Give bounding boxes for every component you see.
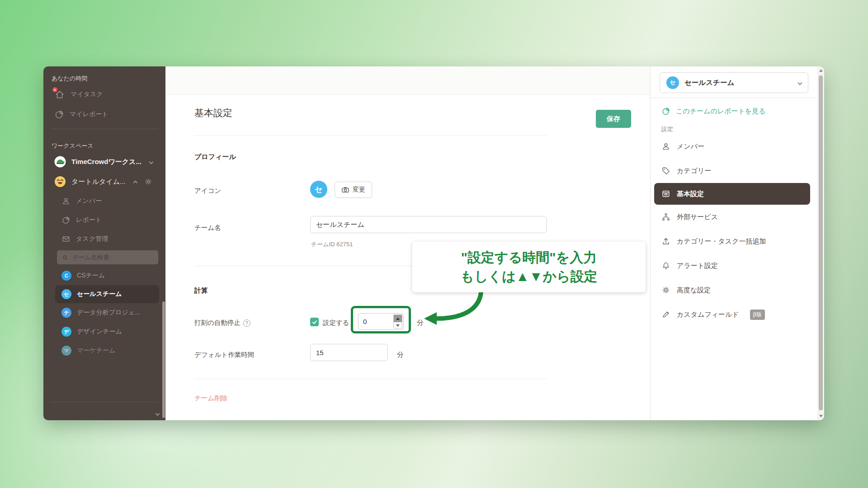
default-time-label: デフォルト作業時間 [194,351,254,359]
annotation-arrow-icon [421,291,489,328]
chevron-down-icon [149,160,154,164]
main-topbar [165,66,650,95]
settings-item-external-services[interactable]: 外部サービス [651,205,817,229]
scrollbar-up-icon[interactable] [819,69,823,72]
beta-badge: β版 [750,310,765,320]
gear-icon[interactable] [144,178,152,186]
envelope-icon [61,235,71,244]
pie-chart-icon [54,109,64,119]
sidebar-team-data-analysis[interactable]: テ データ分析プロジェ... [43,303,165,322]
stepper-up-icon[interactable] [394,315,402,322]
sidebar-item-workspace[interactable]: TimeCrowdワークス... [43,152,165,172]
workspace-name: TimeCrowdワークス... [71,158,142,166]
divider [651,98,817,98]
team-search [57,250,158,264]
team-name-label: チーム名 [194,224,221,232]
callout-line2: もしくは▲▼から設定 [460,267,598,286]
settings-item-label: カスタムフィールド [677,310,739,319]
card-icon [661,189,670,198]
team-avatar: マ [61,346,71,356]
left-sidebar: あなたの時間 マイタスク マイレポート ワークスペース TimeCrowdワーク… [43,66,165,420]
sidebar-team-design[interactable]: デ デザインチーム [43,322,165,341]
pie-chart-icon [61,216,71,225]
sidebar-item-label: レポート [76,216,102,224]
settings-item-label: メンバー [677,142,704,151]
auto-stop-checkbox[interactable] [310,318,319,326]
sidebar-item-my-task[interactable]: マイタスク [43,84,165,104]
team-selector[interactable]: セ セールスチーム [660,72,808,93]
team-avatar: セ [666,76,679,89]
settings-header: 設定 [661,125,817,133]
sidebar-item-report[interactable]: レポート [43,211,165,230]
settings-item-categories[interactable]: カテゴリー [651,159,817,183]
recording-play-badge-icon [52,87,57,92]
chevron-down-icon [798,80,802,85]
team-label: マーケチーム [77,347,115,355]
settings-item-label: 外部サービス [677,213,718,221]
sidebar-item-organization[interactable]: タートルタイム... [43,172,165,192]
window-scrollbar[interactable] [817,66,824,420]
change-icon-button[interactable]: 変更 [335,182,372,198]
calc-section-header: 計算 [194,286,208,295]
team-selector-name: セールスチーム [684,78,790,88]
scrollbar-down-icon[interactable] [819,415,823,418]
search-icon [61,254,69,261]
settings-item-members[interactable]: メンバー [651,134,817,159]
right-sidebar: セ セールスチーム このチームのレポートを見る 設定 メンバー カテゴリー [650,66,817,420]
pencil-icon [661,310,670,319]
team-report-link-label: このチームのレポートを見る [676,107,766,116]
team-avatar: セ [61,289,71,299]
team-label: データ分析プロジェ... [77,309,140,317]
settings-item-label: カテゴリー [677,167,711,175]
main-body: 基本設定 保存 プロフィール アイコン セ 変更 チーム名 チームID 6275… [165,95,650,420]
org-emoji-icon [54,176,66,188]
help-icon[interactable]: ? [243,319,250,327]
scrollbar-thumb[interactable] [819,75,823,410]
sidebar-item-label: タスク管理 [76,235,108,243]
section-workspace: ワークスペース [52,142,157,150]
sidebar-team-marketing[interactable]: マ マーケチーム [43,341,165,360]
callout-line1: "設定する時間"を入力 [461,248,597,267]
team-label: デザインチーム [77,328,122,336]
sidebar-item-my-report[interactable]: マイレポート [43,104,165,124]
team-report-link[interactable]: このチームのレポートを見る [651,100,817,122]
team-avatar: セ [310,181,327,198]
sidebar-item-label: マイタスク [71,90,103,99]
sidebar-item-task-manage[interactable]: タスク管理 [43,230,165,249]
settings-item-custom-fields[interactable]: カスタムフィールド β版 [651,302,817,327]
profile-section-header: プロフィール [194,153,236,161]
team-avatar: テ [61,308,71,318]
settings-item-label: カテゴリー・タスク一括追加 [677,237,766,246]
auto-stop-label-text: 打刻の自動停止 [194,319,241,327]
person-icon [61,197,71,206]
bell-icon [661,261,670,270]
main-panel: 基本設定 保存 プロフィール アイコン セ 変更 チーム名 チームID 6275… [165,66,650,420]
settings-item-basic-settings[interactable]: 基本設定 [654,183,810,205]
sidebar-footer [43,397,165,420]
settings-item-bulk-add[interactable]: カテゴリー・タスク一括追加 [651,229,817,253]
sidebar-item-members[interactable]: メンバー [43,192,165,211]
network-icon [661,212,670,221]
annotation-highlight-box [351,306,411,333]
sidebar-team-sales[interactable]: セ セールスチーム [55,285,159,303]
default-time-input[interactable] [310,344,388,361]
sidebar-team-cs[interactable]: C CSチーム [43,266,165,285]
settings-item-advanced[interactable]: 高度な設定 [651,278,817,302]
team-name-input[interactable] [310,216,547,233]
divider [194,379,547,379]
number-stepper [393,314,402,328]
divider [194,136,547,136]
team-search-input[interactable] [72,254,140,261]
change-button-label: 変更 [353,186,365,194]
stepper-down-icon[interactable] [394,322,402,328]
delete-team-link[interactable]: チーム削除 [194,394,227,403]
sidebar-scrollbar-thumb[interactable] [162,301,165,418]
camera-icon [341,186,349,193]
auto-stop-checkbox-label: 設定する [323,319,349,327]
timecrowd-logo-icon [54,156,66,168]
settings-item-alerts[interactable]: アラート設定 [651,253,817,278]
section-your-time: あなたの時間 [52,75,157,83]
chevron-down-icon[interactable] [156,411,160,416]
save-button[interactable]: 保存 [596,110,631,128]
divider [51,129,158,129]
